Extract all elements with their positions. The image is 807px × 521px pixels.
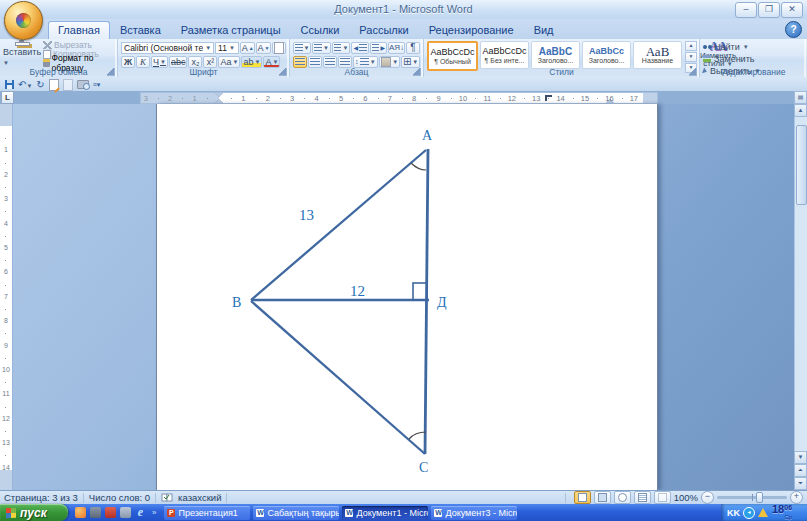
- style-item-4[interactable]: AaBbCcЗаголово...: [582, 41, 631, 69]
- quick-launch-icon-4[interactable]: [120, 507, 131, 518]
- scroll-down-button[interactable]: ▼: [794, 451, 807, 464]
- styles-scroll-down[interactable]: ▼: [685, 52, 697, 62]
- zoom-in-button[interactable]: +: [790, 491, 803, 504]
- bold-button[interactable]: Ж: [121, 56, 135, 68]
- scrollbar-thumb[interactable]: [796, 125, 807, 205]
- hide-icons-button[interactable]: ◂: [743, 507, 755, 519]
- font-size-select[interactable]: 11▼: [215, 42, 239, 54]
- view-draft-button[interactable]: [654, 491, 671, 504]
- borders-button[interactable]: ⊞▼: [401, 56, 420, 68]
- grow-font-button[interactable]: А▲: [240, 42, 255, 54]
- view-fullscreen-button[interactable]: [594, 491, 611, 504]
- decrease-indent-button[interactable]: ◀: [351, 42, 368, 54]
- format-painter-button[interactable]: Формат по образцу: [43, 59, 114, 67]
- undo-button[interactable]: ↶▼: [18, 79, 32, 90]
- office-button[interactable]: [4, 1, 43, 40]
- redo-button[interactable]: ↻: [36, 79, 44, 90]
- edit-document-button[interactable]: [49, 79, 59, 91]
- task-button-2[interactable]: WСабақтың тақырыб...: [253, 506, 339, 520]
- quick-launch-overflow[interactable]: »: [152, 508, 156, 517]
- zoom-slider[interactable]: [717, 496, 787, 499]
- font-color-button[interactable]: А▼: [263, 56, 280, 68]
- tab-7[interactable]: Вид: [524, 21, 564, 39]
- style-item-3[interactable]: AaBbCЗаголово...: [531, 41, 580, 69]
- style-item-5[interactable]: АаВНазвание: [633, 41, 682, 69]
- tray-clock[interactable]: 1806 Ср: [772, 504, 792, 521]
- italic-button[interactable]: К: [136, 56, 150, 68]
- increase-indent-button[interactable]: ▶: [370, 42, 387, 54]
- style-item-2[interactable]: AaBbCcDc¶ Без инте...: [480, 41, 529, 69]
- justify-button[interactable]: [338, 56, 352, 68]
- tray-warning-icon[interactable]: [758, 508, 768, 517]
- print-preview-button[interactable]: [77, 80, 89, 89]
- minimize-button[interactable]: –: [735, 2, 757, 18]
- document-page[interactable]: A В Д С 13 12: [156, 104, 658, 490]
- multilevel-list-button[interactable]: ▼: [332, 42, 350, 54]
- page-indicator[interactable]: Страница: 3 из 3: [4, 492, 78, 503]
- clipboard-dialog-launcher[interactable]: [107, 68, 115, 76]
- vertical-ruler[interactable]: 1234567891011121314: [0, 104, 13, 490]
- task-button-1[interactable]: PПрезентация1: [164, 506, 250, 520]
- task-button-3[interactable]: WДокумент1 - Microso...: [342, 506, 428, 520]
- customize-qat-button[interactable]: ≡▾: [93, 79, 101, 90]
- cut-button[interactable]: Вырезать: [43, 41, 114, 49]
- styles-scroll-up[interactable]: ▲: [685, 41, 697, 51]
- underline-button[interactable]: Ч▼: [151, 56, 168, 68]
- numbering-button[interactable]: ▼: [312, 42, 330, 54]
- tab-4[interactable]: Ссылки: [291, 21, 350, 39]
- line-spacing-button[interactable]: ↕▼: [353, 56, 378, 68]
- tab-stop-selector[interactable]: L: [1, 91, 14, 104]
- next-page-button[interactable]: ⏷: [794, 477, 807, 490]
- tab-3[interactable]: Разметка страницы: [171, 21, 291, 39]
- paste-button[interactable]: Вставить ▼: [3, 41, 41, 68]
- language-indicator[interactable]: казахский: [178, 492, 221, 503]
- tab-6[interactable]: Рецензирование: [419, 21, 524, 39]
- shading-button[interactable]: ▼: [379, 56, 400, 68]
- save-button[interactable]: [5, 80, 14, 89]
- quick-launch-icon-1[interactable]: [75, 507, 86, 518]
- bullets-button[interactable]: ▼: [293, 42, 311, 54]
- scrollbar-track[interactable]: [794, 117, 807, 451]
- change-case-button[interactable]: Aa▼: [218, 56, 240, 68]
- ruler-toggle-button[interactable]: ▤: [794, 91, 807, 104]
- align-center-button[interactable]: [308, 56, 322, 68]
- word-count[interactable]: Число слов: 0: [89, 492, 150, 503]
- view-outline-button[interactable]: [634, 491, 651, 504]
- highlight-button[interactable]: ab▼: [241, 56, 262, 68]
- vertical-scrollbar[interactable]: ▤ ▲ ▼ ⏶ ⏷: [794, 91, 807, 490]
- zoom-level[interactable]: 100%: [674, 492, 698, 503]
- font-dialog-launcher[interactable]: [279, 68, 287, 76]
- tab-5[interactable]: Рассылки: [349, 21, 418, 39]
- quick-launch-icon-2[interactable]: [90, 507, 101, 518]
- zoom-slider-thumb[interactable]: [756, 492, 763, 503]
- quick-launch-icon-3[interactable]: [105, 507, 116, 518]
- find-button[interactable]: Найти▼: [703, 41, 803, 52]
- subscript-button[interactable]: x₂: [188, 56, 202, 68]
- font-name-select[interactable]: Calibri (Основной те▼: [121, 42, 214, 54]
- start-button[interactable]: пуск: [0, 504, 68, 521]
- language-badge[interactable]: KK: [727, 508, 740, 518]
- tab-1[interactable]: Главная: [48, 21, 110, 39]
- previous-page-button[interactable]: ⏶: [794, 464, 807, 477]
- styles-dialog-launcher[interactable]: [689, 68, 697, 76]
- help-button[interactable]: ?: [785, 21, 802, 38]
- tab-2[interactable]: Вставка: [110, 21, 171, 39]
- task-button-4[interactable]: WДокумент3 - Microso...: [431, 506, 517, 520]
- close-button[interactable]: ✕: [781, 2, 803, 18]
- align-right-button[interactable]: [323, 56, 337, 68]
- left-indent-marker[interactable]: [215, 99, 223, 103]
- paragraph-dialog-launcher[interactable]: [413, 68, 421, 76]
- view-web-layout-button[interactable]: [614, 491, 631, 504]
- replace-button[interactable]: Заменить: [703, 53, 803, 64]
- view-print-layout-button[interactable]: [574, 491, 591, 504]
- superscript-button[interactable]: x²: [203, 56, 217, 68]
- spellcheck-icon[interactable]: [161, 492, 174, 503]
- first-line-indent-marker[interactable]: [215, 93, 223, 97]
- scroll-up-button[interactable]: ▲: [794, 104, 807, 117]
- sort-button[interactable]: АЯ↓: [388, 42, 405, 54]
- show-marks-button[interactable]: ¶: [406, 42, 420, 54]
- shrink-font-button[interactable]: A▼: [256, 42, 271, 54]
- align-left-button[interactable]: [293, 56, 307, 68]
- internet-explorer-icon[interactable]: e: [135, 507, 146, 518]
- strikethrough-button[interactable]: abc: [169, 56, 188, 68]
